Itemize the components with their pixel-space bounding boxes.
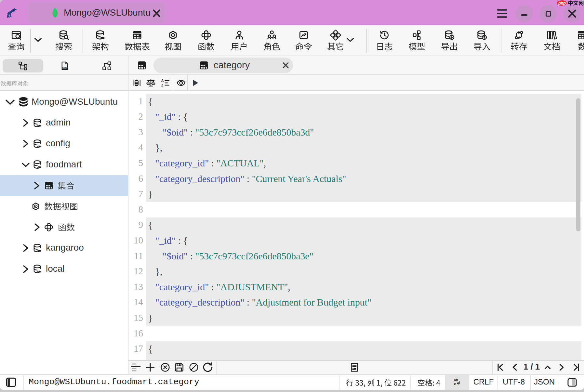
svg-text:ab: ab <box>454 378 458 382</box>
svg-text:Z: Z <box>161 83 164 87</box>
svg-text:c: c <box>454 382 456 386</box>
svg-text:A: A <box>161 79 164 83</box>
svg-text:SQL: SQL <box>62 66 67 69</box>
